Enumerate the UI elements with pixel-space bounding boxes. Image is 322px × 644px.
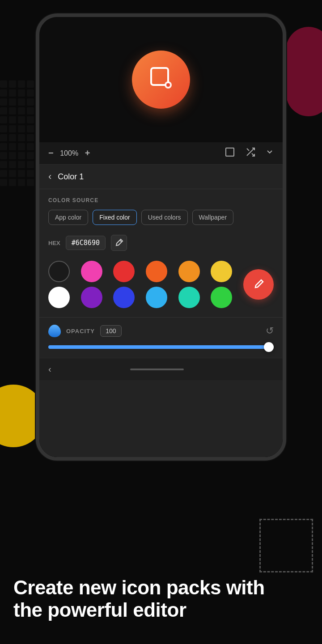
swatch-black[interactable] [48,261,70,282]
hex-section: HEX #6C8690 [39,229,283,256]
swatch-blue-light[interactable] [146,287,167,308]
eyedropper-button[interactable] [111,235,127,251]
swatch-amber[interactable] [178,261,200,282]
svg-rect-0 [151,68,168,85]
opacity-section: OPACITY 100 ↺ [39,320,283,358]
tab-wallpaper[interactable]: Wallpaper [192,210,234,225]
swatch-blue-dark[interactable] [113,287,135,308]
hex-label: HEX [48,240,60,246]
swatch-yellow[interactable] [211,261,232,282]
opacity-header: OPACITY 100 ↺ [48,325,274,337]
bg-dotted-rect [259,519,313,572]
promo-text-section: Create new icon packs with the powerful … [13,576,286,622]
panel-back-button[interactable]: ‹ [48,171,51,182]
opacity-slider[interactable] [48,343,274,352]
frame-icon[interactable] [225,147,235,160]
swatch-pink[interactable] [81,261,102,282]
app-icon [132,51,190,109]
opacity-value-display[interactable]: 100 [100,325,122,337]
swatch-green[interactable] [211,287,232,308]
reset-opacity-button[interactable]: ↺ [266,325,274,337]
swatch-purple[interactable] [81,287,102,308]
water-drop-icon [48,325,61,337]
svg-rect-3 [226,148,234,156]
nav-back-button[interactable]: ‹ [48,364,51,374]
edit-color-button[interactable] [243,269,274,300]
panel-header: ‹ Color 1 [39,165,283,189]
zoom-minus-button[interactable]: − [48,148,54,158]
bg-dark-red-shape [286,27,322,116]
phone-screen: − 100% + ‹ [39,17,283,457]
shuffle-icon[interactable] [245,147,256,160]
app-icon-symbol [148,64,174,95]
phone-frame: − 100% + ‹ [36,13,286,461]
tab-used-colors[interactable]: Used colors [141,210,188,225]
zoom-plus-button[interactable]: + [85,148,90,158]
swatch-red[interactable] [113,261,135,282]
top-area [39,17,283,142]
opacity-label: OPACITY [66,328,95,335]
bottom-nav-bar: ‹ [39,358,283,380]
promo-text: Create new icon packs with the powerful … [13,576,286,622]
tab-app-color[interactable]: App color [48,210,88,225]
svg-point-2 [166,83,170,87]
swatch-white[interactable] [48,287,70,308]
color-source-tabs: App color Fixed color Used colors Wallpa… [48,210,274,225]
color-panel: ‹ Color 1 COLOR SOURCE App color Fixed c… [39,165,283,457]
zoom-value-display: 100% [58,149,80,157]
hex-value-display[interactable]: #6C8690 [66,236,106,250]
dropdown-arrow-icon[interactable] [266,148,274,158]
tab-fixed-color[interactable]: Fixed color [93,210,136,225]
panel-title: Color 1 [58,172,84,182]
slider-thumb[interactable] [264,342,274,352]
swatch-orange[interactable] [146,261,167,282]
slider-track [48,345,274,349]
divider [39,317,283,318]
color-source-label: COLOR SOURCE [48,197,274,203]
color-swatches-grid [39,256,283,314]
nav-bar-indicator [130,369,184,370]
zoom-bar: − 100% + [39,142,283,165]
swatch-teal[interactable] [178,287,200,308]
color-source-section: COLOR SOURCE App color Fixed color Used … [39,189,283,229]
